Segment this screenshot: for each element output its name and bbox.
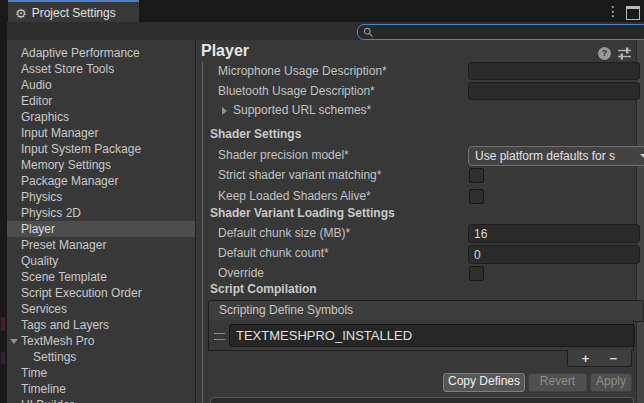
sidebar-item-timeline[interactable]: Timeline [7, 381, 195, 397]
sidebar-item-graphics[interactable]: Graphics [7, 109, 195, 125]
define-symbols-header: Scripting Define Symbols [208, 300, 644, 322]
sidebar-item-preset-manager[interactable]: Preset Manager [7, 237, 195, 253]
project-settings-window: ⚙ Project Settings ⋮ Adaptive Performanc… [0, 0, 644, 403]
sidebar-item-label: TextMesh Pro [21, 334, 94, 348]
search-box[interactable] [357, 24, 644, 40]
left-edge-panel [0, 22, 7, 403]
sidebar-item-ui-builder[interactable]: UI Builder [7, 397, 195, 403]
microphone-usage-label: Microphone Usage Description* [218, 64, 387, 78]
sidebar-item-scene-template[interactable]: Scene Template [7, 269, 195, 285]
help-icon[interactable]: ? [598, 47, 611, 60]
shader-settings-header: Shader Settings [210, 127, 301, 141]
search-input[interactable] [377, 26, 644, 38]
sidebar-item-services[interactable]: Services [7, 301, 195, 317]
sidebar-item-adaptive-performance[interactable]: Adaptive Performance [7, 45, 195, 61]
tab-project-settings[interactable]: ⚙ Project Settings [8, 0, 139, 24]
shader-precision-label: Shader precision model* [218, 148, 349, 162]
chunk-count-field[interactable] [468, 245, 640, 264]
window-icon[interactable] [626, 6, 640, 20]
drag-handle-icon[interactable] [214, 333, 225, 340]
sidebar-item-tags-and-layers[interactable]: Tags and Layers [7, 317, 195, 333]
sidebar-item-quality[interactable]: Quality [7, 253, 195, 269]
search-icon [363, 27, 374, 38]
sidebar-item-textmesh-pro[interactable]: TextMesh Pro [7, 333, 195, 349]
gear-icon: ⚙ [15, 7, 27, 20]
override-checkbox[interactable] [469, 266, 484, 281]
dropdown-value: Use platform defaults for s [475, 149, 615, 163]
sidebar-item-asset-store-tools[interactable]: Asset Store Tools [7, 61, 195, 77]
url-schemes-label[interactable]: Supported URL schemes* [233, 103, 371, 117]
chunk-size-label: Default chunk size (MB)* [218, 226, 350, 240]
variant-loading-header: Shader Variant Loading Settings [210, 206, 395, 220]
shader-precision-dropdown[interactable]: Use platform defaults for s [468, 146, 644, 166]
left-edge-artifact [1, 317, 5, 331]
sidebar-item-input-system-package[interactable]: Input System Package [7, 141, 195, 157]
apply-button[interactable]: Apply [590, 373, 632, 392]
sidebar-item-time[interactable]: Time [7, 365, 195, 381]
microphone-usage-field[interactable] [468, 62, 640, 80]
chunk-size-field[interactable] [468, 224, 640, 243]
page-title: Player [201, 42, 249, 60]
script-compilation-header: Script Compilation [210, 282, 317, 296]
remove-button[interactable]: − [603, 352, 623, 365]
chunk-count-label: Default chunk count* [218, 246, 329, 260]
define-symbols-footer: + − [567, 350, 632, 367]
sidebar-item-physics-2d[interactable]: Physics 2D [7, 205, 195, 221]
sidebar-item-package-manager[interactable]: Package Manager [7, 173, 195, 189]
tab-title: Project Settings [32, 6, 116, 20]
foldout-closed-icon[interactable] [222, 107, 227, 115]
sidebar-item-audio[interactable]: Audio [7, 77, 195, 93]
sidebar-item-player[interactable]: Player [7, 221, 195, 237]
scroll-view-edge [202, 62, 203, 403]
keep-loaded-checkbox[interactable] [469, 189, 484, 204]
strict-variant-checkbox[interactable] [469, 168, 484, 183]
bluetooth-usage-label: Bluetooth Usage Description* [218, 84, 375, 98]
keep-loaded-label: Keep Loaded Shaders Alive* [218, 189, 371, 203]
sidebar-item-textmesh-settings[interactable]: Settings [7, 349, 195, 365]
next-section-box [210, 397, 634, 403]
sidebar-item-editor[interactable]: Editor [7, 93, 195, 109]
copy-defines-button[interactable]: Copy Defines [443, 373, 525, 392]
override-label: Override [218, 266, 264, 280]
kebab-menu-icon[interactable]: ⋮ [606, 2, 620, 20]
add-button[interactable]: + [576, 352, 596, 365]
define-symbols-list [208, 320, 634, 351]
sidebar-item-memory-settings[interactable]: Memory Settings [7, 157, 195, 173]
foldout-open-icon[interactable] [10, 339, 18, 344]
revert-button[interactable]: Revert [528, 373, 587, 392]
sidebar-item-input-manager[interactable]: Input Manager [7, 125, 195, 141]
sidebar-item-physics[interactable]: Physics [7, 189, 195, 205]
settings-sidebar: Adaptive Performance Asset Store Tools A… [7, 40, 195, 403]
left-edge-artifact [1, 352, 5, 364]
strict-variant-label: Strict shader variant matching* [218, 168, 381, 182]
preset-sliders-icon[interactable] [617, 47, 632, 60]
define-symbol-field[interactable] [229, 324, 635, 347]
sidebar-item-script-execution-order[interactable]: Script Execution Order [7, 285, 195, 301]
chevron-down-icon [640, 154, 644, 158]
bluetooth-usage-field[interactable] [468, 82, 640, 100]
